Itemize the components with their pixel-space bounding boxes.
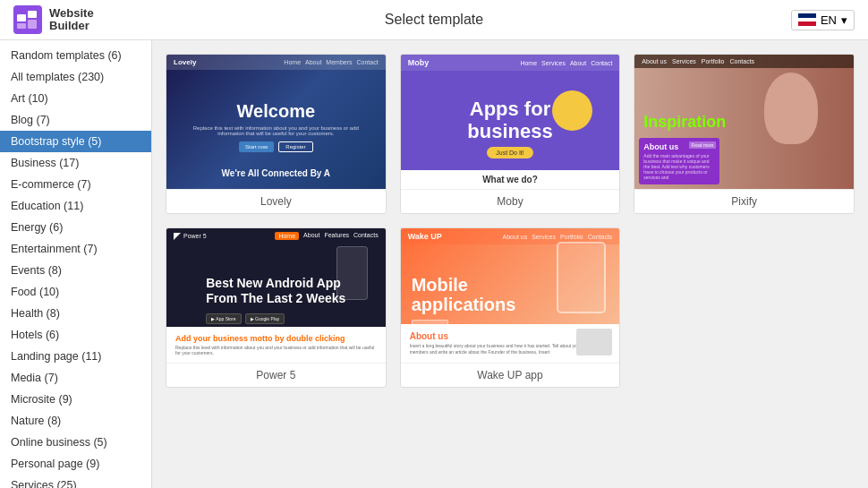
template-card-moby[interactable]: Moby Home Services About Contact Apps fo… [400,54,621,214]
content-area: Lovely Home About Members Contact Welcom… [152,40,868,488]
wakeup-person-image [576,329,612,355]
google-play-button[interactable]: ▶ Google Play [245,313,285,324]
lovely-buttons: Start now Register [239,141,313,152]
sidebar-item-8[interactable]: Energy (6) [0,217,151,238]
power5-triangle-icon [174,233,181,240]
sidebar-item-13[interactable]: Hotels (6) [0,324,151,346]
svg-rect-3 [17,23,26,29]
sidebar-item-4[interactable]: Bootstrap style (5) [0,131,151,152]
logo: Website Builder [13,5,94,34]
svg-rect-2 [28,11,37,18]
sidebar-item-15[interactable]: Media (7) [0,367,151,389]
sidebar-item-17[interactable]: Nature (8) [0,410,151,432]
sidebar-item-3[interactable]: Blog (7) [0,109,151,131]
lovely-subtitle: Replace this text with information about… [166,125,386,136]
lovely-register-button[interactable]: Register [278,141,312,152]
template-card-pixify[interactable]: About us Services Portfolio Contacts Ins… [634,54,855,214]
sidebar-item-6[interactable]: E-commerce (7) [0,174,151,195]
flag-icon [798,13,816,26]
lang-label: EN [821,13,837,27]
sidebar-item-7[interactable]: Education (11) [0,195,151,217]
pixify-inspiration-text: Inspiration [643,113,726,132]
wakeup-label: Wake UP app [401,363,620,387]
sidebar-item-9[interactable]: Entertainment (7) [0,238,151,260]
template-preview-lovely: Lovely Home About Members Contact Welcom… [166,55,386,189]
moby-nav: Moby Home Services About Contact [401,55,620,71]
template-card-power5[interactable]: Power 5 Home About Features Contacts Bes… [166,227,387,388]
template-preview-pixify: About us Services Portfolio Contacts Ins… [634,55,854,189]
template-card-lovely[interactable]: Lovely Home About Members Contact Welcom… [166,54,387,214]
moby-egg-icon [552,90,592,131]
sidebar-item-0[interactable]: Random templates (6) [0,45,151,66]
lovely-label: Lovely [166,189,386,213]
sidebar-item-14[interactable]: Landing page (11) [0,346,151,367]
templates-grid: Lovely Home About Members Contact Welcom… [166,54,855,388]
sidebar-item-11[interactable]: Food (10) [0,281,151,303]
pixify-face-shape [764,73,818,144]
lovely-welcome-text: Welcome [237,101,315,122]
sidebar-item-1[interactable]: All templates (230) [0,66,151,88]
app-store-button[interactable]: ▶ App Store [206,313,241,324]
template-preview-moby: Moby Home Services About Contact Apps fo… [401,55,620,189]
pixify-about-box: About us Add the main advantages of your… [639,138,719,184]
sidebar-item-12[interactable]: Health (8) [0,303,151,324]
chevron-down-icon: ▾ [841,13,847,27]
sidebar-item-18[interactable]: Online business (5) [0,432,151,453]
pixify-nav: About us Services Portfolio Contacts [634,55,854,68]
moby-bottom: What we do? [401,170,620,189]
template-card-wakeup[interactable]: Wake UP About us Services Portfolio Cont… [400,227,621,388]
svg-rect-4 [28,20,37,29]
moby-cta-button[interactable]: Just Do It! [487,147,533,158]
logo-text: Website Builder [49,7,94,33]
moby-heading: Apps forbusiness [467,98,552,141]
power5-phone-image [336,246,368,300]
template-preview-wakeup: Wake UP About us Services Portfolio Cont… [401,228,620,363]
lovely-nav: Lovely Home About Members Contact [166,55,386,70]
sidebar-item-10[interactable]: Events (8) [0,260,151,281]
pixify-face: About us Services Portfolio Contacts Ins… [634,55,854,189]
top-bar: Website Builder Select template EN ▾ [0,0,868,40]
sidebar-item-19[interactable]: Personal page (9) [0,453,151,475]
sidebar-item-20[interactable]: Services (25) [0,475,151,488]
sidebar-item-16[interactable]: Microsite (9) [0,389,151,410]
svg-rect-1 [17,14,26,21]
wakeup-about-section: About us Insert a long beautiful story a… [401,324,620,363]
page-title: Select template [385,12,483,28]
power5-nav: Power 5 Home About Features Contacts [166,228,386,244]
moby-label: Moby [401,189,620,213]
power5-label: Power 5 [166,363,386,387]
sidebar: Random templates (6)All templates (230)A… [0,40,152,488]
template-preview-power5: Power 5 Home About Features Contacts Bes… [166,228,386,363]
sidebar-item-2[interactable]: Art (10) [0,88,151,109]
wakeup-phone-image [557,242,606,313]
power5-stores: ▶ App Store ▶ Google Play [206,313,345,324]
pixify-label: Pixify [634,189,854,213]
power5-heading: Best New Android AppFrom The Last 2 Week… [206,276,345,306]
power5-bottom: Add your business motto by double clicki… [166,327,386,363]
lovely-start-button[interactable]: Start now [239,141,274,152]
lang-selector[interactable]: EN ▾ [791,10,855,30]
main-content: Random templates (6)All templates (230)A… [0,40,868,488]
sidebar-item-5[interactable]: Business (17) [0,152,151,174]
logo-icon [13,5,42,34]
lovely-connected-text: We're All Connected By A [222,168,330,178]
